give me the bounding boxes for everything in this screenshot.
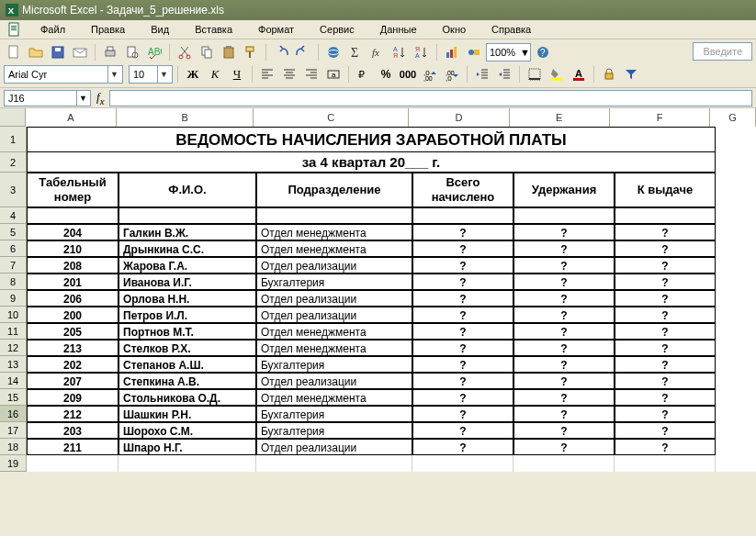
italic-button[interactable]: К (205, 64, 225, 84)
cell-pay[interactable]: ? (615, 340, 716, 356)
cell-total[interactable]: ? (412, 274, 513, 290)
cell-fio[interactable]: Шорохо С.М. (118, 422, 256, 439)
cell-tabnum[interactable]: 200 (27, 307, 118, 323)
open-button[interactable] (26, 42, 46, 62)
cut-button[interactable] (175, 42, 195, 62)
col-header-A[interactable]: A (26, 108, 117, 127)
cell-dep[interactable]: Отдел менеджмента (256, 240, 412, 257)
hyperlink-button[interactable] (323, 42, 344, 62)
formula-input[interactable] (109, 90, 752, 106)
cell[interactable] (716, 439, 756, 455)
cell-dep[interactable]: Отдел реализации (256, 257, 412, 274)
cell-deduct[interactable]: ? (513, 307, 615, 323)
font-size-input[interactable] (130, 66, 157, 83)
cell-fio[interactable]: Шпаро Н.Г. (118, 439, 256, 455)
decrease-decimal-button[interactable]: ,00,0 (442, 64, 462, 84)
percent-button[interactable]: % (376, 64, 396, 84)
cell-deduct[interactable]: ? (513, 340, 615, 356)
select-all-corner[interactable] (0, 108, 26, 127)
cell-total[interactable]: ? (412, 257, 513, 274)
cells-area[interactable]: ВЕДОМОСТЬ НАЧИСЛЕНИЯ ЗАРАБОТНОЙ ПЛАТЫ за… (27, 127, 756, 472)
zoom-box[interactable]: ▼ (486, 43, 531, 61)
cell[interactable] (716, 224, 756, 240)
cell-pay[interactable]: ? (615, 439, 716, 455)
cell-tabnum[interactable]: 202 (27, 356, 118, 373)
align-left-button[interactable] (257, 64, 277, 84)
cell-deduct[interactable]: ? (513, 373, 615, 389)
redo-button[interactable] (293, 42, 313, 62)
menu-help[interactable]: Справка (480, 22, 542, 37)
cell-pay[interactable]: ? (615, 257, 716, 274)
cell[interactable] (716, 323, 756, 340)
name-box-input[interactable] (5, 93, 76, 104)
currency-button[interactable]: ₽ (354, 64, 374, 84)
print-button[interactable] (100, 42, 120, 62)
cell-dep[interactable]: Отдел реализации (256, 373, 412, 389)
menu-view[interactable]: Вид (140, 22, 180, 37)
cell-total[interactable]: ? (412, 373, 513, 389)
fill-color-button[interactable] (547, 64, 567, 84)
mail-button[interactable] (70, 42, 90, 62)
cell[interactable] (412, 207, 513, 224)
cell-deduct[interactable]: ? (513, 274, 615, 290)
row-header[interactable]: 6 (0, 240, 26, 257)
cell-total[interactable]: ? (412, 356, 513, 373)
chart-button[interactable] (442, 42, 462, 62)
cell[interactable] (118, 207, 256, 224)
align-center-button[interactable] (279, 64, 299, 84)
cell-tabnum[interactable]: 206 (27, 290, 118, 307)
cell[interactable] (256, 455, 412, 472)
cell-deduct[interactable]: ? (513, 389, 615, 406)
row-header[interactable]: 10 (0, 307, 26, 323)
cell[interactable] (716, 455, 756, 472)
cell[interactable] (716, 389, 756, 406)
col-header-F[interactable]: F (610, 108, 710, 127)
dropdown-icon[interactable]: ▼ (157, 66, 170, 83)
cell[interactable] (27, 455, 118, 472)
cell[interactable] (716, 290, 756, 307)
autosum-button[interactable]: Σ (345, 42, 366, 62)
cell[interactable] (716, 274, 756, 290)
cell-deduct[interactable]: ? (513, 406, 615, 422)
row-header[interactable]: 15 (0, 389, 26, 406)
cell[interactable] (118, 455, 256, 472)
cell[interactable] (716, 373, 756, 389)
row-header[interactable]: 1 (0, 127, 26, 152)
cell-fio[interactable]: Степкина А.В. (118, 373, 256, 389)
font-color-button[interactable]: A (569, 64, 589, 84)
underline-button[interactable]: Ч (227, 64, 247, 84)
cell-pay[interactable]: ? (615, 307, 716, 323)
cell-tabnum[interactable]: 213 (27, 340, 118, 356)
col-header-G[interactable]: G (710, 108, 756, 127)
save-button[interactable] (48, 42, 68, 62)
col-header-D[interactable]: D (409, 108, 509, 127)
dropdown-icon[interactable]: ▼ (107, 66, 120, 83)
cell-pay[interactable]: ? (615, 224, 716, 240)
cell-deduct[interactable]: ? (513, 290, 615, 307)
row-header[interactable]: 13 (0, 356, 26, 373)
sort-desc-button[interactable]: ЯА (412, 42, 432, 62)
cell-tabnum[interactable]: 209 (27, 389, 118, 406)
copy-button[interactable] (197, 42, 217, 62)
row-header[interactable]: 3 (0, 173, 26, 207)
decrease-indent-button[interactable] (472, 64, 492, 84)
row-header[interactable]: 17 (0, 422, 26, 439)
preview-button[interactable] (122, 42, 142, 62)
cell-tabnum[interactable]: 205 (27, 323, 118, 340)
cell-total[interactable]: ? (412, 340, 513, 356)
dropdown-icon[interactable]: ▼ (76, 91, 89, 106)
cell-fio[interactable]: Иванова И.Г. (118, 274, 256, 290)
cell[interactable] (412, 455, 513, 472)
cell-fio[interactable]: Шашкин Р.Н. (118, 406, 256, 422)
undo-button[interactable] (271, 42, 291, 62)
cell-deduct[interactable]: ? (513, 323, 615, 340)
cell-dep[interactable]: Отдел менеджмента (256, 340, 412, 356)
cell-total[interactable]: ? (412, 290, 513, 307)
cell-total[interactable]: ? (412, 422, 513, 439)
cell[interactable] (716, 240, 756, 257)
cell-dep[interactable]: Бухгалтерия (256, 274, 412, 290)
cell-tabnum[interactable]: 212 (27, 406, 118, 422)
cell-deduct[interactable]: ? (513, 422, 615, 439)
align-right-button[interactable] (301, 64, 322, 84)
zoom-dropdown-icon[interactable]: ▼ (520, 47, 530, 58)
